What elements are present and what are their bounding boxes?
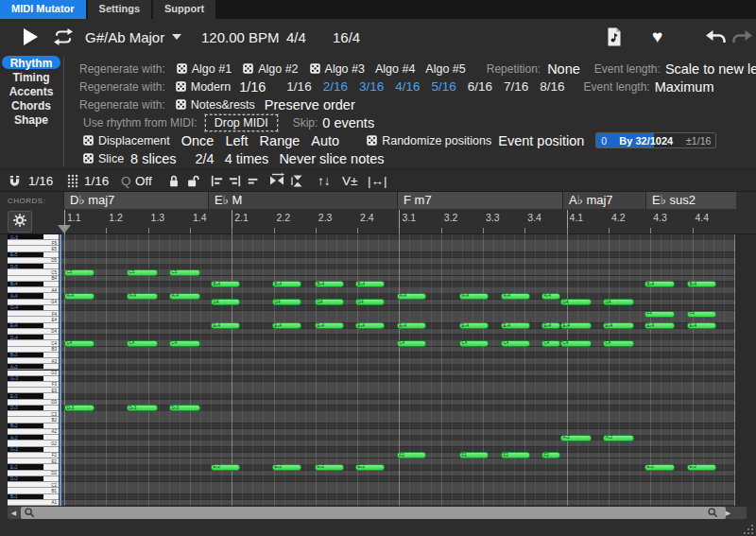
midi-note-f2[interactable]: F2: [459, 452, 489, 458]
midi-note-f2[interactable]: F2: [501, 452, 530, 458]
rhythm-density-value[interactable]: 1/16: [239, 79, 266, 95]
chord-segment-e-m[interactable]: E♭ M: [208, 192, 397, 209]
equalize-button[interactable]: [247, 169, 260, 192]
velocity-button[interactable]: V±: [342, 169, 357, 192]
fraction-option-8-16[interactable]: 8/16: [540, 79, 564, 94]
displacement-option-left[interactable]: Left: [225, 133, 248, 148]
midi-note-a-4[interactable]: A♭4: [501, 293, 530, 300]
midi-note-c5[interactable]: C5: [169, 269, 200, 276]
displacement-option-range[interactable]: Range: [260, 133, 301, 148]
midi-note-c4[interactable]: C4: [397, 340, 426, 347]
midi-note-a-4[interactable]: A♭4: [127, 293, 158, 300]
zoom-out-button[interactable]: [22, 507, 36, 519]
displacement-option-once[interactable]: Once: [181, 133, 215, 148]
chord-segment-a-maj7[interactable]: A♭ maj7: [562, 192, 645, 209]
tab-settings[interactable]: Settings: [88, 0, 151, 19]
fraction-option-5-16[interactable]: 5/16: [431, 79, 455, 94]
midi-note-c4[interactable]: C4: [64, 340, 94, 347]
randomize-horizontal-button[interactable]: [268, 169, 285, 192]
midi-note-f4[interactable]: F4: [687, 311, 716, 318]
snap-value[interactable]: 1/16: [28, 169, 53, 192]
dice-icon[interactable]: [175, 98, 187, 111]
sidebar-item-shape[interactable]: Shape: [2, 112, 60, 126]
lock-button[interactable]: [167, 169, 180, 192]
midi-note-e-4[interactable]: E♭4: [459, 322, 489, 329]
midi-note-g4[interactable]: G4: [560, 299, 592, 305]
midi-note-a-4[interactable]: A♭4: [64, 293, 94, 300]
skip-value[interactable]: 0 events: [322, 115, 374, 130]
midi-note-c4[interactable]: C4: [169, 340, 200, 347]
tab-midi-mutator[interactable]: MIDI Mutator: [0, 0, 86, 19]
slice-option-2-4[interactable]: 2/4: [195, 151, 214, 166]
event-length-value-2[interactable]: Maximum: [655, 79, 714, 95]
sidebar-item-chords[interactable]: Chords: [2, 98, 60, 112]
midi-note-b-4[interactable]: B♭4: [272, 281, 301, 287]
sidebar-item-timing[interactable]: Timing: [2, 70, 60, 83]
scrollbar-thumb[interactable]: [21, 507, 726, 519]
slice-option-never-slice-notes[interactable]: Never slice notes: [279, 151, 384, 166]
timeline-ruler[interactable]: 1.11.21.31.42.12.22.32.43.13.23.33.44.14…: [0, 209, 756, 234]
chord-segment-d-maj7[interactable]: D♭ maj7: [63, 192, 208, 209]
midi-note-g4[interactable]: G4: [315, 299, 344, 305]
chord-segment-f-m7[interactable]: F m7: [397, 192, 562, 209]
bpm-display[interactable]: 120.00 BPM: [201, 19, 280, 55]
dice-icon[interactable]: [366, 134, 378, 147]
chord-segment-e-sus2[interactable]: E♭ sus2: [645, 192, 736, 209]
event-length-value-1[interactable]: Scale to new length: [665, 61, 756, 77]
algo-button-algo-4[interactable]: Algo #4: [375, 62, 415, 76]
midi-note-e-4[interactable]: E♭4: [211, 322, 240, 329]
midi-note-c4[interactable]: C4: [560, 340, 592, 347]
midi-note-c5[interactable]: C5: [127, 269, 158, 276]
midi-note-e-4[interactable]: E♭4: [541, 322, 560, 329]
meter-display[interactable]: 4/4: [286, 19, 306, 55]
key-selector[interactable]: G#/Ab Major: [85, 19, 181, 55]
midi-note-f2[interactable]: F2: [541, 452, 560, 458]
midi-note-c4[interactable]: C4: [459, 340, 489, 347]
midi-note-e-4[interactable]: E♭4: [397, 322, 426, 329]
midi-note-e-4[interactable]: E♭4: [644, 322, 675, 329]
midi-note-e-2[interactable]: E♭2: [644, 464, 675, 471]
midi-note-e-2[interactable]: E♭2: [355, 464, 385, 471]
midi-note-e-2[interactable]: E♭2: [211, 464, 240, 471]
scrollbar-track[interactable]: [8, 507, 747, 519]
midi-note-c4[interactable]: C4: [501, 340, 530, 347]
midi-note-a-4[interactable]: A♭4: [541, 293, 560, 300]
midi-note-f2[interactable]: F2: [397, 452, 426, 458]
transpose-button[interactable]: ↑↓: [318, 169, 331, 192]
algo-button-algo-1[interactable]: Algo #1: [176, 62, 232, 76]
midi-note-c5[interactable]: C5: [64, 269, 94, 276]
midi-note-a-2[interactable]: A♭2: [560, 435, 592, 441]
midi-note-g4[interactable]: G4: [272, 299, 301, 305]
midi-note-e-4[interactable]: E♭4: [501, 322, 530, 329]
midi-note-b-4[interactable]: B♭4: [687, 281, 716, 287]
midi-note-a-4[interactable]: A♭4: [169, 293, 200, 300]
midi-note-a-4[interactable]: A♭4: [459, 293, 489, 300]
midi-note-e-4[interactable]: E♭4: [603, 322, 634, 329]
midi-note-e-4[interactable]: E♭4: [272, 322, 301, 329]
randomize-amount-slider[interactable]: 0 By 32/1024 ±1/16: [595, 132, 716, 148]
rhythm-mode-value[interactable]: Modern: [191, 80, 231, 94]
redo-button[interactable]: [732, 19, 753, 55]
undo-button[interactable]: [705, 19, 726, 55]
align-right-button[interactable]: [228, 169, 242, 192]
fraction-option-3-16[interactable]: 3/16: [359, 79, 384, 94]
dice-icon[interactable]: [82, 152, 94, 164]
slice-option-4-times[interactable]: 4 times: [225, 151, 269, 166]
midi-note-e-2[interactable]: E♭2: [687, 464, 716, 471]
midi-note-b-4[interactable]: B♭4: [211, 281, 240, 287]
drop-midi-target[interactable]: Drop MIDI: [205, 114, 278, 131]
notes-rests-mode[interactable]: Notes&rests: [191, 98, 255, 112]
midi-note-c4[interactable]: C4: [127, 340, 158, 347]
repetition-value[interactable]: None: [547, 61, 580, 77]
fraction-option-2-16[interactable]: 2/16: [323, 79, 348, 94]
favorite-button[interactable]: ♥: [652, 19, 662, 55]
midi-note-e-2[interactable]: E♭2: [272, 464, 301, 471]
midi-note-e-2[interactable]: E♭2: [315, 464, 344, 471]
randomize-vertical-button[interactable]: [291, 169, 304, 192]
midi-note-e-4[interactable]: E♭4: [687, 322, 716, 329]
midi-note-c4[interactable]: C4: [541, 340, 560, 347]
slice-option-8-slices[interactable]: 8 slices: [130, 151, 176, 166]
tab-support[interactable]: Support: [153, 0, 215, 19]
midi-note-a-2[interactable]: A♭2: [603, 435, 634, 441]
midi-note-a-4[interactable]: A♭4: [397, 293, 426, 300]
